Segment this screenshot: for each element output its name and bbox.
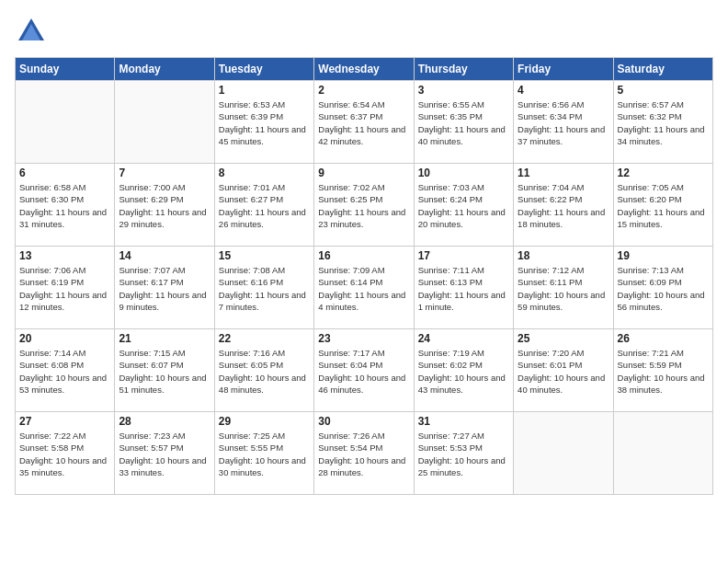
calendar-day-cell: 12Sunrise: 7:05 AM Sunset: 6:20 PM Dayli… (613, 164, 712, 247)
day-info: Sunrise: 7:01 AM Sunset: 6:27 PM Dayligh… (219, 181, 310, 230)
col-header-thursday: Thursday (414, 58, 513, 81)
calendar-day-cell: 19Sunrise: 7:13 AM Sunset: 6:09 PM Dayli… (613, 247, 712, 329)
day-number: 4 (518, 84, 609, 97)
calendar-day-cell: 31Sunrise: 7:27 AM Sunset: 5:53 PM Dayli… (414, 412, 513, 495)
calendar-day-cell: 2Sunrise: 6:54 AM Sunset: 6:37 PM Daylig… (314, 81, 414, 164)
calendar-day-cell: 28Sunrise: 7:23 AM Sunset: 5:57 PM Dayli… (115, 412, 214, 495)
day-info: Sunrise: 7:20 AM Sunset: 6:01 PM Dayligh… (518, 347, 609, 396)
day-number: 9 (318, 167, 409, 179)
calendar-day-cell: 15Sunrise: 7:08 AM Sunset: 6:16 PM Dayli… (214, 247, 313, 329)
day-info: Sunrise: 6:56 AM Sunset: 6:34 PM Dayligh… (518, 98, 609, 147)
col-header-sunday: Sunday (16, 58, 115, 81)
calendar-day-cell: 8Sunrise: 7:01 AM Sunset: 6:27 PM Daylig… (214, 164, 313, 247)
day-number: 11 (518, 167, 609, 179)
day-info: Sunrise: 7:09 AM Sunset: 6:14 PM Dayligh… (318, 264, 409, 313)
calendar-day-cell: 10Sunrise: 7:03 AM Sunset: 6:24 PM Dayli… (414, 164, 513, 247)
day-info: Sunrise: 6:53 AM Sunset: 6:39 PM Dayligh… (219, 98, 310, 147)
col-header-friday: Friday (514, 58, 613, 81)
day-number: 1 (219, 84, 310, 97)
day-info: Sunrise: 7:05 AM Sunset: 6:20 PM Dayligh… (618, 181, 709, 230)
day-info: Sunrise: 7:06 AM Sunset: 6:19 PM Dayligh… (19, 264, 110, 313)
day-number: 14 (119, 249, 210, 262)
calendar-table: SundayMondayTuesdayWednesdayThursdayFrid… (15, 57, 713, 495)
day-info: Sunrise: 7:27 AM Sunset: 5:53 PM Dayligh… (418, 430, 509, 478)
logo-icon (15, 15, 48, 48)
calendar-day-cell: 29Sunrise: 7:25 AM Sunset: 5:55 PM Dayli… (214, 412, 313, 495)
calendar-day-cell (16, 81, 115, 164)
calendar-day-cell (514, 412, 613, 495)
calendar-day-cell: 6Sunrise: 6:58 AM Sunset: 6:30 PM Daylig… (16, 164, 115, 247)
day-info: Sunrise: 7:14 AM Sunset: 6:08 PM Dayligh… (19, 347, 110, 396)
col-header-tuesday: Tuesday (214, 58, 313, 81)
day-info: Sunrise: 7:17 AM Sunset: 6:04 PM Dayligh… (318, 347, 409, 396)
day-number: 27 (19, 415, 110, 428)
calendar-day-cell: 4Sunrise: 6:56 AM Sunset: 6:34 PM Daylig… (514, 81, 613, 164)
calendar-day-cell: 5Sunrise: 6:57 AM Sunset: 6:32 PM Daylig… (613, 81, 712, 164)
day-number: 8 (219, 167, 310, 179)
calendar-day-cell: 17Sunrise: 7:11 AM Sunset: 6:13 PM Dayli… (414, 247, 513, 329)
logo (15, 15, 51, 48)
day-info: Sunrise: 7:03 AM Sunset: 6:24 PM Dayligh… (418, 181, 509, 230)
calendar-day-cell: 27Sunrise: 7:22 AM Sunset: 5:58 PM Dayli… (16, 412, 115, 495)
calendar-day-cell: 30Sunrise: 7:26 AM Sunset: 5:54 PM Dayli… (314, 412, 414, 495)
day-number: 3 (418, 84, 509, 97)
day-info: Sunrise: 7:15 AM Sunset: 6:07 PM Dayligh… (119, 347, 210, 396)
calendar-day-cell: 23Sunrise: 7:17 AM Sunset: 6:04 PM Dayli… (314, 329, 414, 412)
calendar-day-cell: 18Sunrise: 7:12 AM Sunset: 6:11 PM Dayli… (514, 247, 613, 329)
day-info: Sunrise: 7:04 AM Sunset: 6:22 PM Dayligh… (518, 181, 609, 230)
day-info: Sunrise: 7:11 AM Sunset: 6:13 PM Dayligh… (418, 264, 509, 313)
calendar-day-cell: 16Sunrise: 7:09 AM Sunset: 6:14 PM Dayli… (314, 247, 414, 329)
calendar-week-row: 20Sunrise: 7:14 AM Sunset: 6:08 PM Dayli… (16, 329, 713, 412)
day-info: Sunrise: 7:00 AM Sunset: 6:29 PM Dayligh… (119, 181, 210, 230)
day-info: Sunrise: 6:57 AM Sunset: 6:32 PM Dayligh… (618, 98, 709, 147)
calendar-day-cell: 13Sunrise: 7:06 AM Sunset: 6:19 PM Dayli… (16, 247, 115, 329)
day-number: 22 (219, 332, 310, 345)
calendar-week-row: 1Sunrise: 6:53 AM Sunset: 6:39 PM Daylig… (16, 81, 713, 164)
day-number: 24 (418, 332, 509, 345)
day-number: 28 (119, 415, 210, 428)
calendar-day-cell: 20Sunrise: 7:14 AM Sunset: 6:08 PM Dayli… (16, 329, 115, 412)
calendar-header-row: SundayMondayTuesdayWednesdayThursdayFrid… (16, 58, 713, 81)
day-info: Sunrise: 7:07 AM Sunset: 6:17 PM Dayligh… (119, 264, 210, 313)
day-number: 6 (19, 167, 110, 179)
day-info: Sunrise: 7:16 AM Sunset: 6:05 PM Dayligh… (219, 347, 310, 396)
col-header-saturday: Saturday (613, 58, 712, 81)
day-info: Sunrise: 7:21 AM Sunset: 5:59 PM Dayligh… (618, 347, 709, 396)
calendar-day-cell: 11Sunrise: 7:04 AM Sunset: 6:22 PM Dayli… (514, 164, 613, 247)
page-header (15, 15, 713, 48)
day-number: 12 (618, 167, 709, 179)
day-info: Sunrise: 7:19 AM Sunset: 6:02 PM Dayligh… (418, 347, 509, 396)
calendar-week-row: 27Sunrise: 7:22 AM Sunset: 5:58 PM Dayli… (16, 412, 713, 495)
calendar-day-cell: 26Sunrise: 7:21 AM Sunset: 5:59 PM Dayli… (613, 329, 712, 412)
calendar-day-cell: 1Sunrise: 6:53 AM Sunset: 6:39 PM Daylig… (214, 81, 313, 164)
day-info: Sunrise: 7:26 AM Sunset: 5:54 PM Dayligh… (318, 430, 409, 478)
day-number: 25 (518, 332, 609, 345)
calendar-week-row: 13Sunrise: 7:06 AM Sunset: 6:19 PM Dayli… (16, 247, 713, 329)
day-number: 17 (418, 249, 509, 262)
col-header-wednesday: Wednesday (314, 58, 414, 81)
calendar-day-cell: 3Sunrise: 6:55 AM Sunset: 6:35 PM Daylig… (414, 81, 513, 164)
day-number: 13 (19, 249, 110, 262)
day-number: 5 (618, 84, 709, 97)
day-number: 2 (318, 84, 409, 97)
calendar-day-cell: 14Sunrise: 7:07 AM Sunset: 6:17 PM Dayli… (115, 247, 214, 329)
col-header-monday: Monday (115, 58, 214, 81)
day-info: Sunrise: 6:54 AM Sunset: 6:37 PM Dayligh… (318, 98, 409, 147)
calendar-day-cell (115, 81, 214, 164)
calendar-day-cell: 25Sunrise: 7:20 AM Sunset: 6:01 PM Dayli… (514, 329, 613, 412)
day-number: 19 (618, 249, 709, 262)
day-info: Sunrise: 7:25 AM Sunset: 5:55 PM Dayligh… (219, 430, 310, 478)
day-number: 29 (219, 415, 310, 428)
day-info: Sunrise: 7:23 AM Sunset: 5:57 PM Dayligh… (119, 430, 210, 478)
calendar-day-cell (613, 412, 712, 495)
calendar-day-cell: 24Sunrise: 7:19 AM Sunset: 6:02 PM Dayli… (414, 329, 513, 412)
calendar-day-cell: 22Sunrise: 7:16 AM Sunset: 6:05 PM Dayli… (214, 329, 313, 412)
day-info: Sunrise: 7:13 AM Sunset: 6:09 PM Dayligh… (618, 264, 709, 313)
day-number: 10 (418, 167, 509, 179)
calendar-day-cell: 9Sunrise: 7:02 AM Sunset: 6:25 PM Daylig… (314, 164, 414, 247)
day-info: Sunrise: 6:55 AM Sunset: 6:35 PM Dayligh… (418, 98, 509, 147)
day-number: 7 (119, 167, 210, 179)
day-number: 23 (318, 332, 409, 345)
day-info: Sunrise: 7:22 AM Sunset: 5:58 PM Dayligh… (19, 430, 110, 478)
day-number: 15 (219, 249, 310, 262)
